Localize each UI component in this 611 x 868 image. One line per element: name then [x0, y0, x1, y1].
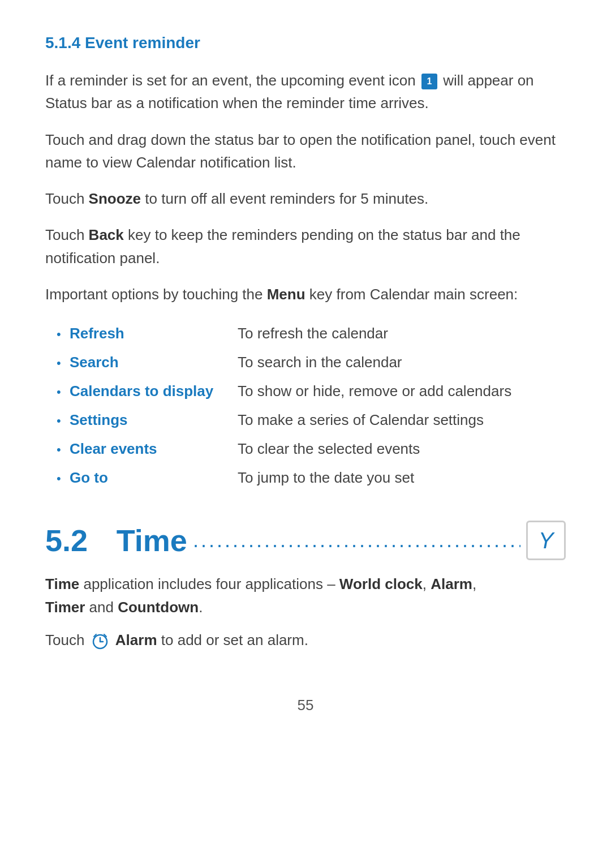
section-52-title-word: Time: [117, 523, 187, 558]
comma1: ,: [423, 575, 431, 592]
timer-label: Timer: [45, 599, 85, 616]
para-5-after: key from Calendar main screen:: [306, 286, 518, 303]
period: .: [199, 599, 203, 616]
and-label: and: [85, 599, 118, 616]
option-label: Settings: [70, 411, 128, 428]
page-number: 55: [45, 697, 566, 714]
bullet-icon: •: [57, 414, 61, 428]
option-description: To search in the calendar: [238, 348, 566, 377]
snooze-label: Snooze: [89, 190, 141, 207]
alarm-text-label: Alarm: [115, 631, 157, 648]
para-3-before: Touch: [45, 190, 89, 207]
para-5: Important options by touching the Menu k…: [45, 283, 566, 306]
option-row: • Refresh To refresh the calendar: [45, 319, 566, 348]
option-label: Search: [70, 354, 119, 371]
touch-label: Touch: [45, 631, 89, 648]
para-4: Touch Back key to keep the reminders pen…: [45, 224, 566, 269]
option-description: To refresh the calendar: [238, 319, 566, 348]
bullet-icon: •: [57, 385, 61, 399]
bullet-icon: •: [57, 356, 61, 370]
time-icon: Y: [539, 528, 554, 553]
section-52-dots: ........................................…: [193, 528, 520, 552]
option-description: To jump to the date you set: [238, 463, 566, 492]
para-5-before: Important options by touching the: [45, 286, 267, 303]
comma2: ,: [472, 575, 476, 592]
para-4-before: Touch: [45, 226, 89, 243]
alarm-label: Alarm: [431, 575, 472, 592]
option-label-cell: • Clear events: [45, 435, 238, 463]
option-label: Clear events: [70, 440, 157, 457]
countdown-label: Countdown: [118, 599, 199, 616]
option-label: Refresh: [70, 325, 124, 342]
option-row: • Calendars to display To show or hide, …: [45, 377, 566, 406]
option-label: Calendars to display: [70, 383, 213, 399]
section-52-number: 5.2: [45, 523, 111, 558]
menu-label: Menu: [267, 286, 306, 303]
para-3: Touch Snooze to turn off all event remin…: [45, 187, 566, 210]
option-label-cell: • Go to: [45, 463, 238, 492]
option-label-cell: • Settings: [45, 406, 238, 435]
para-3-after: to turn off all event reminders for 5 mi…: [141, 190, 428, 207]
para-1-before: If a reminder is set for an event, the u…: [45, 72, 420, 89]
option-row: • Search To search in the calendar: [45, 348, 566, 377]
bullet-icon: •: [57, 327, 61, 341]
worldclock-label: World clock: [339, 575, 423, 592]
alarm-inline-icon: [91, 632, 109, 650]
back-label: Back: [89, 226, 124, 243]
section-52-p1-mid1: application includes four applications –: [79, 575, 339, 592]
option-description: To clear the selected events: [238, 435, 566, 463]
option-description: To show or hide, remove or add calendars: [238, 377, 566, 406]
option-label-cell: • Refresh: [45, 319, 238, 348]
option-row: • Settings To make a series of Calendar …: [45, 406, 566, 435]
option-row: • Go to To jump to the date you set: [45, 463, 566, 492]
bullet-icon: •: [57, 471, 61, 485]
option-label: Go to: [70, 469, 108, 486]
option-label-cell: • Search: [45, 348, 238, 377]
para-2: Touch and drag down the status bar to op…: [45, 128, 566, 174]
para2-after: to add or set an alarm.: [157, 631, 308, 648]
time-icon-box: Y: [526, 521, 566, 560]
option-row: • Clear events To clear the selected eve…: [45, 435, 566, 463]
event-icon: [421, 74, 437, 89]
option-label-cell: • Calendars to display: [45, 377, 238, 406]
section-52-para1: Time application includes four applicati…: [45, 573, 566, 618]
para-1: If a reminder is set for an event, the u…: [45, 69, 566, 115]
bullet-icon: •: [57, 442, 61, 457]
option-description: To make a series of Calendar settings: [238, 406, 566, 435]
options-table: • Refresh To refresh the calendar • Sear…: [45, 319, 566, 492]
section-514-title: 5.1.4 Event reminder: [45, 34, 566, 52]
section-52-para2: Touch Alarm to add or set an alarm.: [45, 629, 566, 651]
time-bold-label: Time: [45, 575, 79, 592]
section-52-header: 5.2 Time ...............................…: [45, 521, 566, 560]
